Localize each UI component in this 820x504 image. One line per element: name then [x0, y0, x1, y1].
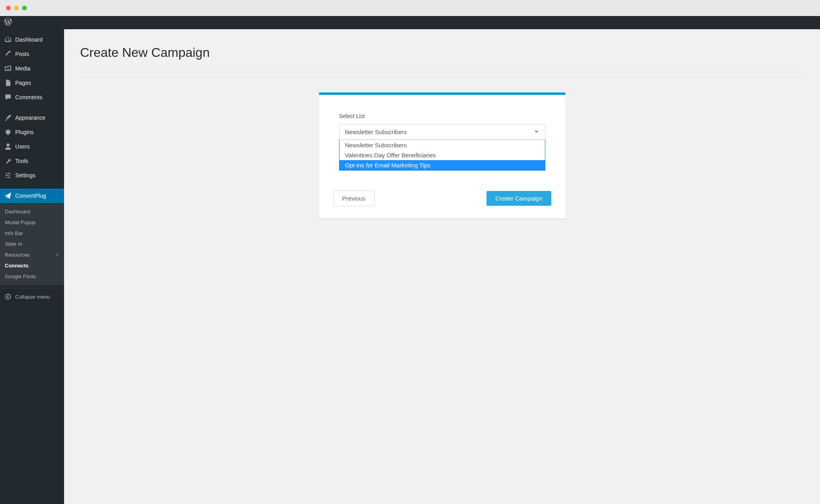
dropdown-option-label: Newsletter Subscribers	[345, 142, 407, 149]
dashboard-icon	[4, 36, 12, 44]
admin-sidebar: Dashboard Posts Media Pages	[0, 16, 64, 504]
svg-point-0	[6, 294, 11, 299]
window-close-button[interactable]	[6, 6, 11, 10]
submenu-item-resources[interactable]: Resources ▼	[0, 249, 64, 260]
plug-icon	[4, 128, 12, 136]
dropdown-list: Newsletter Subscribers Valentines Day Of…	[339, 140, 545, 171]
send-icon	[4, 192, 12, 200]
page-icon	[4, 79, 12, 87]
wp-admin-bar	[0, 16, 820, 29]
dropdown-option-label: Valentines Day Offer Beneficiaries	[345, 152, 436, 159]
sidebar-item-comments[interactable]: Comments	[0, 90, 64, 104]
browser-chrome	[0, 0, 820, 16]
title-divider	[80, 72, 804, 72]
sidebar-item-tools[interactable]: Tools	[0, 154, 64, 168]
submenu-item-info-bar[interactable]: Info Bar	[0, 228, 64, 239]
window-minimize-button[interactable]	[14, 6, 19, 10]
sidebar-item-label: Dashboard	[15, 36, 43, 43]
submenu-item-google-fonts[interactable]: Google Fonts	[0, 271, 64, 282]
sidebar-item-pages[interactable]: Pages	[0, 76, 64, 90]
dropdown-option[interactable]: Newsletter Subscribers	[340, 140, 545, 150]
submenu-item-label: Connects	[5, 263, 28, 269]
collapse-icon	[4, 293, 12, 301]
dropdown-option-label: Opt-ins for Email Marketing Tips	[345, 162, 430, 169]
submenu-item-connects[interactable]: Connects	[0, 260, 64, 271]
campaign-card: Select List Newsletter Subscribers Newsl…	[319, 92, 565, 218]
chevron-down-icon	[534, 129, 539, 135]
media-icon	[4, 64, 12, 72]
submenu-item-dashboard[interactable]: Dashboard	[0, 206, 64, 217]
submenu-item-label: Info Bar	[5, 230, 23, 236]
sidebar-item-label: Pages	[15, 80, 31, 86]
sidebar-item-label: Comments	[15, 94, 42, 100]
window-maximize-button[interactable]	[22, 6, 27, 10]
select-list-dropdown[interactable]: Newsletter Subscribers	[339, 124, 545, 140]
dropdown-option[interactable]: Opt-ins for Email Marketing Tips	[340, 160, 545, 170]
sidebar-item-label: Plugins	[15, 129, 34, 135]
sidebar-item-settings[interactable]: Settings	[0, 168, 64, 183]
sidebar-item-dashboard[interactable]: Dashboard	[0, 32, 64, 47]
collapse-menu-button[interactable]: Collapse menu	[0, 288, 64, 305]
sidebar-item-label: ConvertPlug	[15, 193, 46, 199]
sliders-icon	[4, 171, 12, 179]
chevron-down-icon: ▼	[55, 253, 59, 257]
page-title: Create New Campaign	[80, 45, 804, 60]
sidebar-item-posts[interactable]: Posts	[0, 47, 64, 61]
select-value: Newsletter Subscribers	[345, 129, 407, 135]
sidebar-item-label: Tools	[15, 158, 28, 164]
submenu-item-label: Resources	[5, 252, 30, 258]
sidebar-separator	[0, 185, 64, 187]
sidebar-item-label: Posts	[15, 51, 29, 57]
sidebar-item-users[interactable]: Users	[0, 139, 64, 154]
sidebar-item-appearance[interactable]: Appearance	[0, 110, 64, 125]
sidebar-item-convertplug[interactable]: ConvertPlug	[0, 189, 64, 203]
previous-button[interactable]: Previous	[333, 191, 375, 206]
submenu-item-label: Slide In	[5, 241, 22, 247]
sidebar-item-label: Settings	[15, 172, 36, 179]
pin-icon	[4, 50, 12, 58]
submenu-item-slide-in[interactable]: Slide In	[0, 239, 64, 249]
submenu-item-modal-popup[interactable]: Modal Popup	[0, 217, 64, 228]
dropdown-option[interactable]: Valentines Day Offer Beneficiaries	[340, 150, 545, 160]
submenu-item-label: Modal Popup	[5, 219, 36, 225]
sidebar-item-label: Appearance	[15, 114, 46, 121]
brush-icon	[4, 114, 12, 122]
sidebar-separator	[0, 106, 64, 108]
wrench-icon	[4, 157, 12, 165]
comment-icon	[4, 93, 12, 101]
collapse-menu-label: Collapse menu	[15, 294, 50, 300]
select-list-label: Select List	[339, 113, 545, 119]
sidebar-item-label: Media	[15, 65, 30, 72]
sidebar-item-plugins[interactable]: Plugins	[0, 125, 64, 139]
submenu-item-label: Google Fonts	[5, 273, 36, 279]
user-icon	[4, 143, 12, 151]
content-area: Create New Campaign Select List Newslett…	[64, 16, 820, 504]
sidebar-item-media[interactable]: Media	[0, 61, 64, 76]
submenu-item-label: Dashboard	[5, 209, 30, 215]
submenu: Dashboard Modal Popup Info Bar Slide In …	[0, 203, 64, 285]
create-campaign-button[interactable]: Create Campaign	[486, 191, 551, 206]
sidebar-item-label: Users	[15, 143, 30, 150]
wordpress-logo-icon[interactable]	[4, 18, 12, 28]
